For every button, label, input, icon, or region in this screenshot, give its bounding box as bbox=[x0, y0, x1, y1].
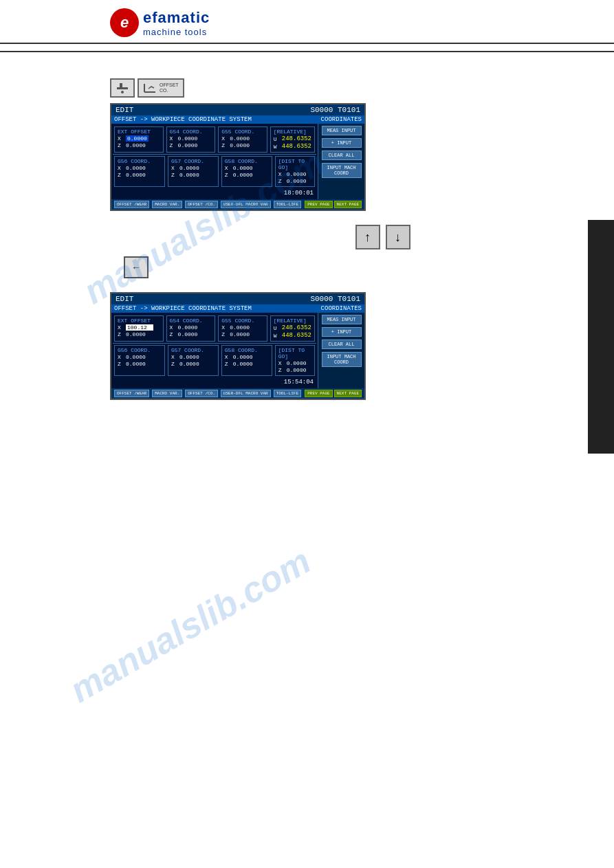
g54-z-2: 0.0000 bbox=[178, 331, 198, 337]
g54-x-2: 0.0000 bbox=[178, 324, 198, 331]
input-icon-btn[interactable]: ← bbox=[124, 256, 149, 278]
macro-var-btn-1[interactable]: MACRO VAR. bbox=[152, 201, 182, 208]
input-btn-2[interactable]: + INPUT bbox=[322, 327, 362, 337]
g58-z-row-1: Z 0.0000 bbox=[225, 172, 269, 178]
cnc-title-2: OFFSET -> WORKPIECE COORDINATE SYSTEM CO… bbox=[111, 304, 364, 313]
dist-x-2: 0.0000 bbox=[287, 360, 307, 366]
dist-title-2: [DIST TO GO] bbox=[278, 347, 311, 359]
input-btn-1[interactable]: + INPUT bbox=[322, 138, 362, 148]
cnc-body-1: EXT OFFSET X 0.0000 Z 0.0000 bbox=[111, 124, 364, 199]
next-page-btn-2[interactable]: NEXT PAGE bbox=[334, 390, 362, 397]
relative-w-row-2: W 448.6352 bbox=[274, 332, 311, 339]
ext-z-val-2: 0.0000 bbox=[126, 331, 146, 337]
relative-w-2: 448.6352 bbox=[282, 332, 311, 339]
tool-life-btn-2[interactable]: TOOL-LIFE bbox=[274, 390, 301, 397]
g57-x-1: 0.0000 bbox=[179, 165, 199, 171]
cnc-mode-1: EDIT bbox=[116, 106, 133, 114]
ext-offset-section-2: EXT OFFSET X Z 0.0000 bbox=[114, 315, 164, 342]
relative-u-row-1: U 248.6352 bbox=[274, 135, 311, 142]
cnc-screen-1: EDIT S0000 T0101 OFFSET -> WORKPIECE COO… bbox=[110, 103, 366, 211]
relative-title-2: [RELATIVE] bbox=[274, 318, 311, 324]
meas-input-btn-1[interactable]: MEAS INPUT bbox=[322, 126, 362, 135]
ext-z-row-1: Z 0.0000 bbox=[118, 142, 160, 148]
g58-x-row-2: X 0.0000 bbox=[225, 354, 269, 360]
meas-input-btn-2[interactable]: MEAS INPUT bbox=[322, 315, 362, 324]
g56-x-row-1: X 0.0000 bbox=[118, 165, 162, 171]
dist-z-row-2: Z 0.0000 bbox=[278, 367, 311, 373]
dist-section-2: [DIST TO GO] X 0.0000 Z 0.0000 bbox=[275, 345, 315, 376]
dist-section-1: [DIST TO GO] X 0.0000 Z 0.0000 bbox=[275, 156, 315, 187]
g56-z-1: 0.0000 bbox=[126, 172, 146, 178]
offset-label: OFFSET bbox=[160, 82, 179, 88]
co-label: CO. bbox=[160, 88, 179, 93]
g55-title-1: G55 COORD. bbox=[221, 129, 264, 135]
arrows-row: ↑ ↓ bbox=[165, 225, 600, 249]
g55-z-2: 0.0000 bbox=[230, 331, 250, 337]
offset-co-icon-btn-1[interactable]: OFFSET CO. bbox=[138, 78, 184, 98]
g57-title-2: G57 COORD. bbox=[171, 347, 215, 353]
dist-z-row-1: Z 0.0000 bbox=[278, 178, 311, 184]
prev-page-btn-1[interactable]: PREV PAGE bbox=[305, 201, 332, 208]
ext-z-axis-1: Z bbox=[118, 142, 123, 148]
cnc-screen-2: EDIT S0000 T0101 OFFSET -> WORKPIECE COO… bbox=[110, 292, 366, 400]
clear-all-btn-1[interactable]: CLEAR ALL bbox=[322, 151, 362, 160]
svg-point-2 bbox=[121, 91, 124, 93]
next-page-btn-1[interactable]: NEXT PAGE bbox=[334, 201, 362, 208]
svg-rect-1 bbox=[120, 83, 122, 87]
relative-w-row-1: W 448.6352 bbox=[274, 143, 311, 150]
cnc-mode-2: EDIT bbox=[116, 295, 133, 303]
offset-wear-btn-2[interactable]: OFFSET /WEAR bbox=[114, 390, 149, 397]
macro-var-btn-2[interactable]: MACRO VAR. bbox=[152, 390, 182, 397]
ext-z-row-2: Z 0.0000 bbox=[118, 331, 160, 337]
ext-x-input-2[interactable] bbox=[126, 324, 153, 331]
down-arrow-btn[interactable]: ↓ bbox=[386, 225, 410, 249]
dist-title-1: [DIST TO GO] bbox=[278, 158, 311, 170]
g58-section-1: G58 COORD. X 0.0000 Z 0.0000 bbox=[221, 156, 272, 187]
g56-title-2: G56 COORD. bbox=[118, 347, 162, 353]
g55-z-row-2: Z 0.0000 bbox=[221, 331, 264, 337]
cnc-program-2: S0000 T0101 bbox=[310, 295, 360, 303]
dist-x-1: 0.0000 bbox=[287, 171, 307, 177]
g56-title-1: G56 COORD. bbox=[118, 158, 162, 164]
offset-co-btn-2[interactable]: OFFSET /CO. bbox=[185, 390, 218, 397]
watermark2: manualslib.com bbox=[63, 540, 317, 711]
g58-section-2: G58 COORD. X 0.0000 Z 0.0000 bbox=[221, 345, 272, 376]
cnc-footer-2: OFFSET /WEAR MACRO VAR. OFFSET /CO. USER… bbox=[111, 388, 364, 399]
g55-x-2: 0.0000 bbox=[230, 324, 250, 331]
g56-x-row-2: X 0.0000 bbox=[118, 354, 162, 360]
cnc-right-panel-2: MEAS INPUT + INPUT CLEAR ALL INPUT MACH … bbox=[318, 313, 364, 388]
prev-page-btn-2[interactable]: PREV PAGE bbox=[305, 390, 332, 397]
g58-x-1: 0.0000 bbox=[233, 165, 253, 171]
user-dfl-btn-2[interactable]: USER-DFL MACRO VAR bbox=[221, 390, 271, 397]
g56-x-2: 0.0000 bbox=[126, 354, 146, 360]
offset-co-btn-1[interactable]: OFFSET /CO. bbox=[185, 201, 218, 208]
input-mach-coord-btn-2[interactable]: INPUT MACH COORD bbox=[322, 352, 362, 367]
g58-title-1: G58 COORD. bbox=[225, 158, 269, 164]
g55-x-1: 0.0000 bbox=[230, 135, 250, 142]
user-dfl-btn-1[interactable]: USER-DFL MACRO VAR bbox=[221, 201, 271, 208]
coordinate-icon-1 bbox=[143, 82, 157, 94]
dist-z-2: 0.0000 bbox=[287, 367, 307, 373]
logo: e efamatic machine tools bbox=[110, 8, 210, 37]
logo-text: efamatic machine tools bbox=[143, 9, 210, 37]
dist-z-1: 0.0000 bbox=[287, 178, 307, 184]
relative-u-1: 248.6352 bbox=[282, 135, 311, 142]
input-icon-area: ← bbox=[124, 256, 600, 278]
ext-x-axis-1: X bbox=[118, 135, 123, 142]
g55-x-row-1: X 0.0000 bbox=[221, 135, 264, 142]
clear-all-btn-2[interactable]: CLEAR ALL bbox=[322, 340, 362, 349]
logo-icon: e bbox=[110, 8, 139, 37]
g57-section-2: G57 COORD. X 0.0000 Z 0.0000 bbox=[168, 345, 219, 376]
input-mach-coord-btn-1[interactable]: INPUT MACH COORD bbox=[322, 163, 362, 178]
g55-x-row-2: X 0.0000 bbox=[221, 324, 264, 331]
g55-z-1: 0.0000 bbox=[230, 142, 250, 148]
offset-wear-btn-1[interactable]: OFFSET /WEAR bbox=[114, 201, 149, 208]
g57-title-1: G57 COORD. bbox=[171, 158, 215, 164]
logo-sub: machine tools bbox=[143, 27, 210, 37]
up-arrow-btn[interactable]: ↑ bbox=[355, 225, 380, 249]
input-arrow-icon: ← bbox=[131, 262, 141, 273]
cnc-program-1: S0000 T0101 bbox=[310, 106, 360, 114]
offset-icon-btn-1[interactable] bbox=[110, 78, 135, 98]
g58-z-row-2: Z 0.0000 bbox=[225, 361, 269, 367]
tool-life-btn-1[interactable]: TOOL-LIFE bbox=[274, 201, 301, 208]
